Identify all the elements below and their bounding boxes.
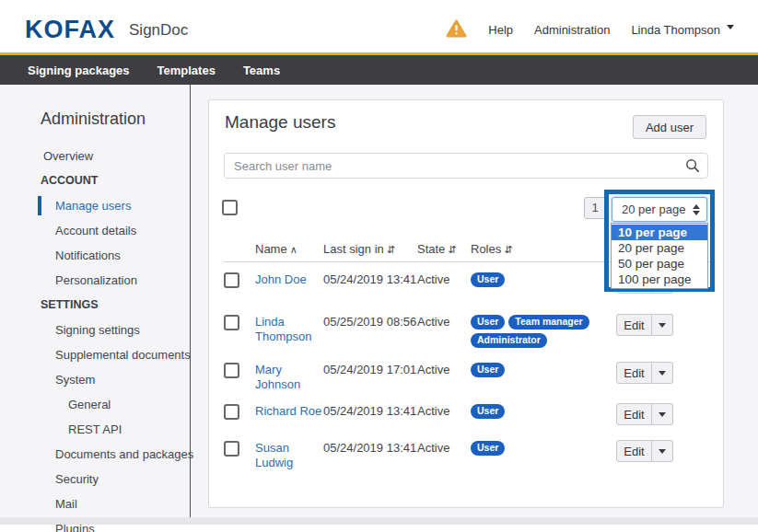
help-link[interactable]: Help xyxy=(488,23,513,37)
search-icon[interactable] xyxy=(685,158,700,177)
sidebar-item-notifications[interactable]: Notifications xyxy=(0,243,190,268)
roles-cell: User xyxy=(471,363,611,377)
annotation-highlight-box: 20 per page 10 per page 20 per page 50 p… xyxy=(604,190,715,292)
sidebar-item-personalization[interactable]: Personalization xyxy=(0,268,190,293)
state-value: Active xyxy=(417,441,471,456)
page-size-select[interactable]: 20 per page xyxy=(612,197,707,222)
edit-dropdown-button[interactable] xyxy=(652,314,673,336)
column-header-state[interactable]: State⇵ xyxy=(417,242,471,256)
state-value: Active xyxy=(417,404,471,419)
sidebar-item-rest-api[interactable]: REST API xyxy=(0,417,190,442)
edit-button[interactable]: Edit xyxy=(616,403,652,425)
add-user-button[interactable]: Add user xyxy=(633,115,706,139)
chevron-down-icon xyxy=(659,323,666,328)
role-badge: User xyxy=(471,404,505,419)
edit-dropdown-button[interactable] xyxy=(652,362,673,384)
sort-both-icon: ⇵ xyxy=(504,244,512,256)
main-nav: Signing packages Templates Teams xyxy=(0,52,758,85)
edit-button[interactable]: Edit xyxy=(616,440,652,462)
sidebar-item-system[interactable]: System xyxy=(0,367,190,392)
user-name-link[interactable]: Linda Thompson xyxy=(255,315,311,343)
row-checkbox[interactable] xyxy=(224,404,239,420)
state-value: Active xyxy=(417,272,471,287)
user-name-link[interactable]: Richard Roe xyxy=(255,404,321,418)
select-all-checkbox[interactable] xyxy=(222,200,238,215)
table-row: Mary Johnson 05/24/2019 17:01 Active Use… xyxy=(209,355,723,397)
admin-sidebar: Administration Overview ACCOUNT Manage u… xyxy=(0,85,191,525)
nav-templates[interactable]: Templates xyxy=(157,64,216,77)
product-name: SignDoc xyxy=(129,21,188,40)
column-header-name[interactable]: Name∧ xyxy=(255,242,323,256)
sidebar-item-supplemental-documents[interactable]: Supplemental documents xyxy=(0,342,190,367)
edit-button[interactable]: Edit xyxy=(616,314,652,336)
sidebar-section-settings: SETTINGS xyxy=(0,293,190,318)
table-row: Richard Roe 05/24/2019 13:41 Active User… xyxy=(209,397,723,434)
user-name-link[interactable]: Mary Johnson xyxy=(255,363,300,391)
last-sign-in-value: 05/24/2019 13:41 xyxy=(323,272,417,287)
edit-button[interactable]: Edit xyxy=(616,362,652,384)
roles-cell: User xyxy=(471,404,611,419)
edit-dropdown-button[interactable] xyxy=(652,403,673,425)
role-badge: User xyxy=(471,441,505,456)
edit-dropdown-button[interactable] xyxy=(652,440,673,462)
user-menu[interactable]: Linda Thompson xyxy=(631,23,734,37)
sidebar-item-signing-settings[interactable]: Signing settings xyxy=(0,318,190,342)
option-10-per-page[interactable]: 10 per page xyxy=(612,225,707,240)
last-sign-in-value: 05/24/2019 17:01 xyxy=(323,363,417,377)
search-input[interactable] xyxy=(224,153,708,179)
last-sign-in-value: 05/24/2019 13:41 xyxy=(323,404,417,419)
chevron-down-icon xyxy=(659,449,666,454)
user-name: Linda Thompson xyxy=(631,23,720,37)
role-badge: User xyxy=(471,272,505,287)
user-name-link[interactable]: John Doe xyxy=(255,272,307,286)
option-100-per-page[interactable]: 100 per page xyxy=(612,272,707,287)
sidebar-item-documents-and-packages[interactable]: Documents and packages xyxy=(0,442,190,467)
column-header-roles[interactable]: Roles⇵ xyxy=(471,242,611,256)
table-row: Linda Thompson 05/25/2019 08:56 Active U… xyxy=(209,307,723,355)
active-indicator-bar xyxy=(38,196,41,215)
sort-both-icon: ⇵ xyxy=(448,244,456,256)
page-title: Manage users xyxy=(225,112,335,133)
manage-users-panel: Manage users Add user 1 Name∧ Last sign … xyxy=(208,99,724,508)
roles-cell: User Team manager Administrator xyxy=(471,315,611,348)
kofax-logo: KOFAX xyxy=(25,16,115,44)
sort-asc-icon: ∧ xyxy=(290,244,297,256)
nav-signing-packages[interactable]: Signing packages xyxy=(28,64,130,77)
sidebar-item-manage-users[interactable]: Manage users xyxy=(0,193,190,218)
sidebar-item-mail[interactable]: Mail xyxy=(0,492,190,516)
pagination-page-1-button[interactable]: 1 xyxy=(584,197,606,219)
warning-triangle-icon[interactable] xyxy=(446,19,467,40)
last-sign-in-value: 05/25/2019 08:56 xyxy=(323,315,417,330)
column-header-last-sign-in[interactable]: Last sign in⇵ xyxy=(323,242,417,256)
edit-split-button: Edit xyxy=(616,314,673,336)
option-50-per-page[interactable]: 50 per page xyxy=(612,256,707,272)
user-name-link[interactable]: Susan Ludwig xyxy=(255,441,293,469)
roles-cell: User xyxy=(471,441,611,456)
row-checkbox[interactable] xyxy=(224,441,239,457)
role-badge: User xyxy=(471,315,505,330)
top-header: KOFAX SignDoc Help Administration Linda … xyxy=(0,0,758,52)
sidebar-title: Administration xyxy=(41,110,190,129)
chevron-down-icon xyxy=(659,412,666,417)
table-body: John Doe 05/24/2019 13:41 Active User Ed… xyxy=(209,265,723,480)
row-checkbox[interactable] xyxy=(224,363,239,378)
row-checkbox[interactable] xyxy=(224,315,239,330)
sidebar-item-overview[interactable]: Overview xyxy=(0,144,190,168)
sidebar-item-general[interactable]: General xyxy=(0,392,190,417)
row-checkbox[interactable] xyxy=(224,272,239,288)
nav-teams[interactable]: Teams xyxy=(243,64,280,77)
select-spinner-icon xyxy=(693,204,700,215)
sort-both-icon: ⇵ xyxy=(387,244,395,256)
option-20-per-page[interactable]: 20 per page xyxy=(612,240,707,256)
edit-split-button: Edit xyxy=(616,362,673,384)
role-badge: User xyxy=(471,363,505,377)
role-badge: Team manager xyxy=(508,315,589,330)
sidebar-section-account: ACCOUNT xyxy=(0,168,190,193)
sidebar-item-account-details[interactable]: Account details xyxy=(0,218,190,243)
edit-split-button: Edit xyxy=(616,440,673,462)
state-value: Active xyxy=(417,315,471,330)
role-badge: Administrator xyxy=(471,333,547,348)
administration-link[interactable]: Administration xyxy=(534,23,610,37)
header-menu: Help Administration Linda Thompson xyxy=(446,19,734,40)
sidebar-item-security[interactable]: Security xyxy=(0,467,190,492)
